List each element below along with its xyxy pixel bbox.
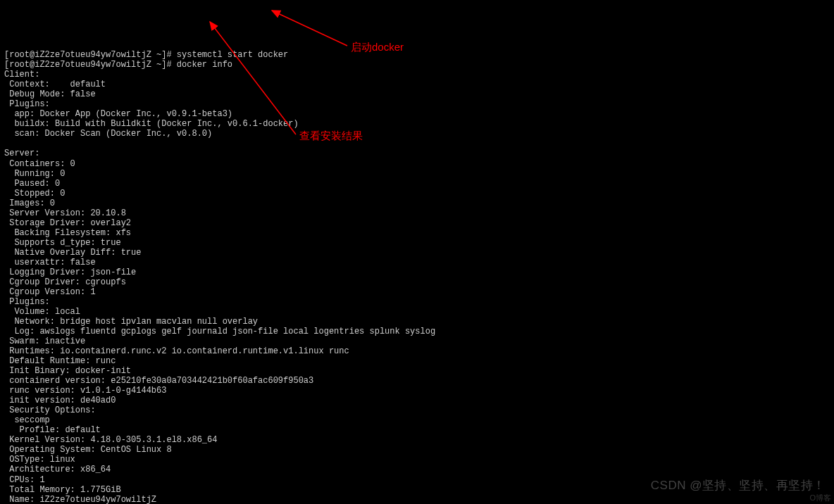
out-26: Log: awslogs fluentd gcplogs gelf journa… [4,327,435,336]
out-0: Client: [4,70,39,80]
out-28: Runtimes: io.containerd.runc.v2 io.conta… [4,346,349,356]
out-17: Supports d_type: true [4,238,121,248]
out-13: Images: 0 [4,199,55,208]
out-37: Kernel Version: 4.18.0-305.3.1.el8.x86_6… [4,435,217,445]
out-24: Volume: local [4,307,80,317]
out-5: buildx: Build with Buildkit (Docker Inc.… [4,119,299,129]
out-15: Storage Driver: overlay2 [4,218,131,228]
out-34: Security Options: [4,405,96,415]
out-18: Native Overlay Diff: true [4,248,141,258]
out-41: CPUs: 1 [4,475,45,485]
out-43: Name: iZ2ze7otueu94yw7owiltjZ [4,495,156,504]
out-3: Plugins: [4,99,50,109]
out-22: Cgroup Version: 1 [4,287,96,297]
terminal-prompt-1: [root@iZ2ze7otueu94yw7owiltjZ ~]# [4,50,177,60]
out-1: Context: default [4,80,106,89]
command-2: docker info [177,60,232,70]
out-25: Network: bridge host ipvlan macvlan null… [4,317,258,327]
out-39: OSType: linux [4,455,75,465]
out-21: Cgroup Driver: cgroupfs [4,277,126,287]
out-14: Server Version: 20.10.8 [4,208,126,218]
out-12: Stopped: 0 [4,189,65,199]
out-32: runc version: v1.0.1-0-g4144b63 [4,386,166,396]
out-29: Default Runtime: runc [4,356,116,366]
out-42: Total Memory: 1.775GiB [4,485,121,495]
command-1: systemctl start docker [177,50,288,60]
out-23: Plugins: [4,297,50,307]
out-20: Logging Driver: json-file [4,267,136,277]
out-10: Running: 0 [4,169,65,179]
out-27: Swarm: inactive [4,336,85,346]
out-38: Operating System: CentOS Linux 8 [4,445,172,455]
out-35: seccomp [4,415,50,425]
terminal-prompt-2: [root@iZ2ze7otueu94yw7owiltjZ ~]# [4,60,177,70]
out-40: Architecture: x86_64 [4,465,111,474]
annotation-check-result: 查看安装结果 [299,130,363,142]
out-36: Profile: default [4,425,101,435]
out-30: Init Binary: docker-init [4,366,131,376]
out-4: app: Docker App (Docker Inc., v0.9.1-bet… [4,109,232,119]
out-6: scan: Docker Scan (Docker Inc., v0.8.0) [4,129,212,139]
out-31: containerd version: e25210fe30a0a7034424… [4,376,313,386]
out-9: Containers: 0 [4,159,75,169]
out-19: userxattr: false [4,258,96,267]
out-11: Paused: 0 [4,179,60,189]
terminal-output[interactable]: [root@iZ2ze7otueu94yw7owiltjZ ~]# system… [4,40,830,504]
out-8: Server: [4,149,39,158]
annotation-start-docker: 启动docker [351,41,404,53]
out-33: init version: de40ad0 [4,396,116,405]
out-2: Debug Mode: false [4,89,96,99]
out-16: Backing Filesystem: xfs [4,228,131,238]
